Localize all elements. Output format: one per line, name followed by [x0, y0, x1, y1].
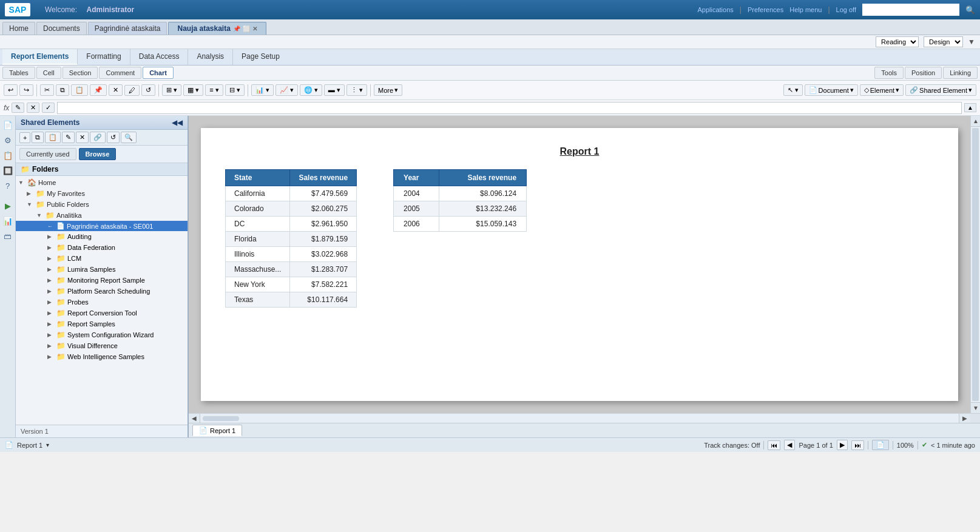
- toolbar-cut[interactable]: ✂: [40, 84, 54, 96]
- panel-btn-new[interactable]: +: [19, 132, 30, 143]
- tab-active[interactable]: Pagrindinė ataskaita: [88, 22, 167, 35]
- nav-last-btn[interactable]: ⏭: [851, 440, 864, 450]
- panel-btn-link[interactable]: 🔗: [90, 132, 106, 143]
- panel-btn-paste[interactable]: 📋: [45, 132, 61, 143]
- tree-node-web-intel[interactable]: ▶ 📁 Web Intelligence Samples: [16, 351, 188, 362]
- toolbar-copy[interactable]: ⧉: [56, 84, 69, 96]
- tree-node-selected[interactable]: ← 📄 Pagrindinė ataskaita - SE001: [16, 221, 188, 231]
- toolbar-format[interactable]: 🖊: [124, 85, 140, 96]
- tab-pin-icon[interactable]: 📌: [233, 25, 240, 32]
- scroll-thumb-v[interactable]: [972, 128, 979, 401]
- tab-btn-currently-used[interactable]: Currently used: [19, 148, 76, 160]
- toolbar-undo[interactable]: ↩: [4, 84, 18, 96]
- toolbar-refresh[interactable]: ↺: [141, 84, 155, 96]
- formula-btn3[interactable]: ✓: [42, 103, 55, 113]
- tree-node-public[interactable]: ▼ 📁 Public Folders: [16, 199, 188, 210]
- ribbon-subtab-linking[interactable]: Linking: [943, 67, 978, 79]
- tab-restore-icon[interactable]: ⬜: [243, 25, 250, 32]
- tree-node-home[interactable]: ▼ 🏠 Home: [16, 177, 188, 188]
- toolbar-chart-bar[interactable]: 📊 ▾: [251, 84, 274, 96]
- vertical-scrollbar[interactable]: ▲ ▼: [970, 116, 980, 413]
- tab-new[interactable]: Nauja ataskaita 📌 ⬜ ✕: [168, 22, 266, 35]
- tree-node-analitika[interactable]: ▼ 📁 Analitika: [16, 210, 188, 221]
- side-icon-5[interactable]: ?: [1, 179, 15, 192]
- side-icon-3[interactable]: 📋: [1, 149, 15, 162]
- toolbar-delete[interactable]: ✕: [109, 84, 123, 96]
- tree-node-platform[interactable]: ▶ 📁 Platform Search Scheduling: [16, 286, 188, 297]
- ribbon-subtab-cell[interactable]: Cell: [36, 67, 61, 79]
- toolbar-shared-element-btn[interactable]: 🔗 Shared Element ▾: [905, 84, 976, 96]
- ribbon-subtab-section[interactable]: Section: [63, 67, 98, 79]
- formula-expand-btn[interactable]: ▲: [964, 103, 976, 112]
- tree-node-datafed[interactable]: ▶ 📁 Data Federation: [16, 242, 188, 253]
- tab-home[interactable]: Home: [2, 22, 35, 35]
- toolbar-chart-line[interactable]: 📈 ▾: [275, 84, 298, 96]
- toolbar-col-btn[interactable]: ▦ ▾: [183, 84, 203, 96]
- side-icon-7[interactable]: 📊: [1, 214, 15, 227]
- ribbon-tab-formatting[interactable]: Formatting: [78, 49, 130, 65]
- search-icon[interactable]: 🔍: [965, 5, 975, 15]
- ribbon-subtab-comment[interactable]: Comment: [99, 67, 141, 79]
- side-icon-6[interactable]: ▶: [1, 199, 15, 212]
- ribbon-expand-icon[interactable]: ▼: [968, 38, 975, 46]
- tab-btn-browse[interactable]: Browse: [79, 148, 117, 160]
- tree-node-sysconfig[interactable]: ▶ 📁 System Configuration Wizard: [16, 329, 188, 340]
- scroll-up-arrow[interactable]: ▲: [971, 116, 980, 127]
- toolbar-copy2[interactable]: 📋: [71, 84, 88, 96]
- panel-btn-edit[interactable]: ✎: [62, 132, 75, 143]
- preferences-link[interactable]: Preferences: [748, 6, 783, 13]
- ribbon-subtab-tables[interactable]: Tables: [2, 67, 35, 79]
- tree-node-report-conv[interactable]: ▶ 📁 Report Conversion Tool: [16, 308, 188, 318]
- nav-prev-btn[interactable]: ◀: [784, 440, 795, 450]
- side-icon-4[interactable]: 🔲: [1, 164, 15, 177]
- reading-select[interactable]: Reading: [876, 36, 919, 47]
- scroll-down-arrow[interactable]: ▼: [971, 402, 980, 413]
- toolbar-chart-combo[interactable]: ⋮ ▾: [346, 84, 367, 96]
- toolbar-table-btn[interactable]: ⊞ ▾: [162, 84, 181, 96]
- ribbon-tab-analysis[interactable]: Analysis: [188, 49, 233, 65]
- side-icon-8[interactable]: 🗃: [1, 229, 15, 243]
- toolbar-cursor-btn[interactable]: ↖ ▾: [783, 84, 803, 96]
- scroll-track-h[interactable]: [200, 414, 959, 423]
- tree-node-auditing[interactable]: ▶ 📁 Auditing: [16, 231, 188, 242]
- panel-btn-search[interactable]: 🔍: [121, 132, 137, 143]
- ribbon-subtab-tools[interactable]: Tools: [874, 67, 904, 79]
- toolbar-row-btn[interactable]: ≡ ▾: [205, 84, 223, 96]
- tree-node-lumira[interactable]: ▶ 📁 Lumira Samples: [16, 264, 188, 275]
- tree-node-lcm[interactable]: ▶ 📁 LCM: [16, 253, 188, 264]
- tree-node-favorites[interactable]: ▶ 📁 My Favorites: [16, 188, 188, 199]
- toolbar-element-btn[interactable]: ◇ Element ▾: [860, 84, 904, 96]
- ribbon-tab-data-access[interactable]: Data Access: [130, 49, 189, 65]
- tree-node-visual-diff[interactable]: ▶ 📁 Visual Difference: [16, 340, 188, 351]
- tree-node-probes[interactable]: ▶ 📁 Probes: [16, 297, 188, 308]
- report-area[interactable]: Report 1 State Sales revenue: [189, 116, 970, 413]
- nav-next-btn[interactable]: ▶: [837, 440, 848, 450]
- toolbar-paste[interactable]: 📌: [90, 84, 107, 96]
- toolbar-document-btn[interactable]: 📄 Document ▾: [805, 84, 858, 96]
- ribbon-subtab-position[interactable]: Position: [905, 67, 942, 79]
- ribbon-tab-page-setup[interactable]: Page Setup: [233, 49, 288, 65]
- view-mode-btn1[interactable]: 📄: [872, 440, 889, 450]
- ribbon-tab-report-elements[interactable]: Report Elements: [2, 49, 78, 65]
- search-input[interactable]: [862, 4, 959, 16]
- formula-input[interactable]: [57, 102, 962, 114]
- design-select[interactable]: Design: [924, 36, 963, 47]
- tab-documents[interactable]: Documents: [36, 22, 87, 35]
- panel-btn-delete[interactable]: ✕: [76, 132, 89, 143]
- side-icon-2[interactable]: ⚙: [1, 133, 15, 147]
- side-icon-1[interactable]: 📄: [1, 118, 15, 132]
- toolbar-section-btn[interactable]: ⊟ ▾: [225, 84, 245, 96]
- help-menu-link[interactable]: Help menu: [789, 6, 822, 13]
- scroll-right-arrow[interactable]: ▶: [959, 414, 970, 423]
- toolbar-chart-more[interactable]: ▬ ▾: [324, 84, 345, 96]
- nav-first-btn[interactable]: ⏮: [768, 440, 780, 450]
- applications-link[interactable]: Applications: [697, 6, 733, 13]
- toolbar-redo[interactable]: ↪: [19, 84, 33, 96]
- formula-btn1[interactable]: ✎: [12, 103, 24, 113]
- ribbon-subtab-chart[interactable]: Chart: [143, 67, 174, 79]
- logoff-link[interactable]: Log off: [836, 6, 856, 13]
- toolbar-chart-pie[interactable]: 🌐 ▾: [300, 84, 322, 96]
- tab-close-icon[interactable]: ✕: [252, 25, 257, 32]
- report-tab[interactable]: 📄 Report 1: [192, 425, 242, 436]
- panel-btn-copy[interactable]: ⧉: [32, 132, 44, 143]
